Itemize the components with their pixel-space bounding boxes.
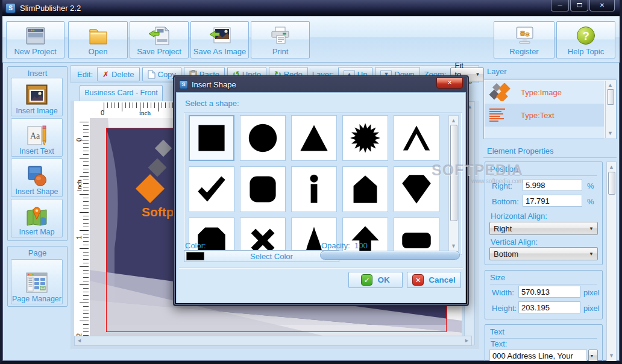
layer-scroll-up-icon[interactable]: ▲ bbox=[608, 81, 613, 90]
open-button[interactable]: Open bbox=[68, 21, 128, 58]
image-layer-thumbnail bbox=[488, 83, 512, 101]
pentagon-down-icon bbox=[400, 173, 433, 206]
height-input[interactable] bbox=[518, 301, 580, 313]
canvas-horizontal-scrollbar[interactable]: ◄ ► bbox=[74, 336, 472, 346]
grid-scroll-up-icon[interactable]: ▲ bbox=[451, 116, 456, 125]
ok-check-icon: ✓ bbox=[361, 274, 372, 286]
close-icon: ✕ bbox=[600, 2, 605, 8]
help-icon: ? bbox=[576, 26, 596, 46]
insert-shape-label: Insert Shape bbox=[16, 187, 58, 196]
cancel-button[interactable]: ✕ Cancel bbox=[407, 272, 461, 288]
layer-header-divider bbox=[483, 78, 617, 78]
ok-button[interactable]: ✓ OK bbox=[348, 272, 403, 288]
save-as-image-icon bbox=[209, 26, 231, 46]
info-i-icon bbox=[298, 173, 330, 206]
shape-option-starburst[interactable] bbox=[342, 115, 388, 161]
horizontal-align-select[interactable]: Right ▼ bbox=[489, 222, 598, 235]
dialog-separator bbox=[179, 268, 463, 268]
maximize-button[interactable] bbox=[570, 0, 588, 11]
width-input[interactable] bbox=[518, 286, 580, 298]
square-icon bbox=[195, 122, 228, 154]
window-title: SlimPublisher 2.2 bbox=[20, 4, 81, 13]
shape-option-info-i[interactable] bbox=[291, 166, 337, 212]
layer-item-image[interactable]: Type:Image bbox=[485, 81, 604, 104]
delete-button[interactable]: ✗ Delete bbox=[97, 67, 139, 81]
help-topic-button[interactable]: ? Help Topic bbox=[556, 21, 615, 58]
shape-option-rounded-square[interactable] bbox=[240, 166, 286, 212]
shape-option-chevron[interactable] bbox=[394, 115, 439, 161]
shape-option-pentagon-down[interactable] bbox=[394, 166, 439, 212]
register-button[interactable]: Register bbox=[494, 21, 554, 58]
text-expand-button[interactable]: ▾ bbox=[588, 350, 598, 362]
shape-option-square[interactable] bbox=[189, 115, 234, 161]
page-manager-button[interactable]: Page Manager bbox=[11, 259, 63, 304]
bottom-label: Bottom: bbox=[492, 197, 519, 206]
vertical-align-select[interactable]: Bottom ▼ bbox=[489, 247, 598, 260]
shape-option-pentagon-up[interactable] bbox=[342, 166, 388, 212]
close-button[interactable]: ✕ bbox=[589, 0, 615, 11]
shape-option-checkmark[interactable] bbox=[189, 166, 234, 212]
copy-icon bbox=[148, 70, 156, 79]
dialog-body: Select a shape: ▲ ▼ Color: Select Color … bbox=[176, 92, 466, 303]
new-project-label: New Project bbox=[14, 47, 56, 56]
shape-option-rounded-rect[interactable] bbox=[394, 218, 439, 255]
height-unit: pixel bbox=[583, 304, 600, 313]
page-manager-label: Page Manager bbox=[12, 295, 61, 303]
scroll-left-icon[interactable]: ◄ bbox=[77, 336, 82, 345]
print-icon bbox=[269, 26, 292, 46]
vertical-align-label: Vertical Align: bbox=[491, 237, 538, 246]
shape-option-cross-x[interactable] bbox=[240, 218, 286, 255]
new-project-button[interactable]: New Project bbox=[6, 21, 64, 58]
triangle-icon bbox=[298, 122, 330, 154]
layer-item-partial[interactable] bbox=[485, 127, 604, 139]
properties-scroll-down-icon[interactable]: ▼ bbox=[609, 351, 614, 360]
select-color-button[interactable]: Select Color bbox=[184, 250, 339, 262]
text-header: Text bbox=[490, 327, 504, 336]
layer-scrollbar[interactable]: ▲ ▼ bbox=[605, 81, 615, 138]
text-input[interactable] bbox=[489, 350, 587, 362]
tab-business-card-front[interactable]: Business Card - Front bbox=[80, 85, 163, 101]
shape-grid: ▲ ▼ bbox=[184, 112, 462, 255]
insert-map-button[interactable]: Insert Map bbox=[11, 199, 63, 237]
open-label: Open bbox=[89, 47, 108, 56]
v-ruler-unit: inch bbox=[75, 183, 83, 191]
minimize-button[interactable]: ─ bbox=[551, 0, 569, 11]
delete-icon: ✗ bbox=[102, 70, 109, 79]
shape-option-circle[interactable] bbox=[240, 115, 286, 161]
size-header: Size bbox=[490, 273, 505, 282]
opacity-slider[interactable] bbox=[320, 251, 460, 260]
open-folder-icon bbox=[87, 26, 109, 46]
ok-label: OK bbox=[377, 275, 389, 284]
register-icon bbox=[514, 26, 535, 46]
save-project-label: Save Project bbox=[137, 47, 181, 56]
insert-shape-button[interactable]: Insert Shape bbox=[11, 158, 63, 197]
scroll-right-icon[interactable]: ► bbox=[464, 336, 470, 345]
print-button[interactable]: Print bbox=[251, 21, 310, 58]
dialog-close-button[interactable]: ✕ bbox=[436, 77, 463, 89]
properties-scrollbar[interactable]: ▲ ▼ bbox=[606, 162, 617, 362]
chevron-down-icon: ▼ bbox=[589, 226, 594, 231]
insert-text-button[interactable]: Aa Insert Text bbox=[11, 118, 63, 157]
h-ruler-zero: 0 bbox=[101, 109, 104, 116]
chevron-icon bbox=[400, 122, 433, 154]
select-color-label: Select Color bbox=[204, 252, 339, 261]
text-label: Text: bbox=[491, 339, 507, 348]
right-input[interactable] bbox=[523, 179, 582, 191]
help-topic-label: Help Topic bbox=[568, 47, 604, 56]
circle-icon bbox=[247, 122, 279, 154]
vertical-align-value: Bottom bbox=[494, 249, 518, 259]
insert-text-label: Insert Text bbox=[19, 147, 54, 155]
shape-grid-scrollbar[interactable]: ▲ ▼ bbox=[448, 115, 459, 252]
layer-item-text[interactable]: Type:Text bbox=[485, 104, 604, 127]
bottom-input[interactable] bbox=[523, 195, 582, 207]
layer-scroll-down-icon[interactable]: ▼ bbox=[608, 129, 613, 138]
opacity-label: Opacity: 100 bbox=[321, 241, 368, 250]
properties-scroll-up-icon[interactable]: ▲ bbox=[609, 163, 614, 172]
save-project-button[interactable]: Save Project bbox=[130, 21, 189, 58]
save-as-image-button[interactable]: Save As Image bbox=[190, 21, 249, 58]
save-as-image-label: Save As Image bbox=[193, 47, 246, 56]
v-ruler-mark-1: 1 bbox=[75, 233, 83, 242]
shape-option-triangle[interactable] bbox=[291, 115, 337, 161]
insert-image-button[interactable]: Insert Image bbox=[11, 78, 63, 116]
grid-scroll-down-icon[interactable]: ▼ bbox=[451, 242, 456, 251]
